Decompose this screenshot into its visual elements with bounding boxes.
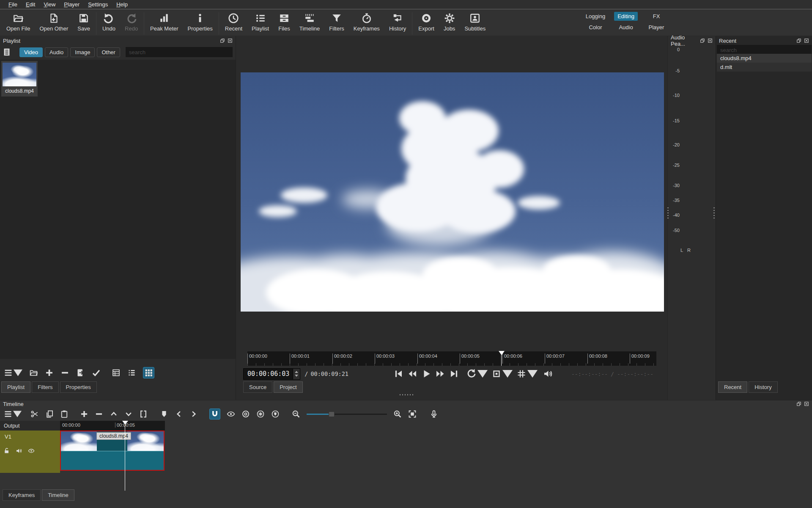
open-file-button[interactable]: Open File — [2, 11, 35, 33]
open-other-button[interactable]: Open Other — [35, 11, 73, 33]
spin-up-icon[interactable] — [295, 371, 298, 373]
menu-player[interactable]: Player — [60, 0, 84, 8]
player-seek-ruler[interactable]: 00:00:00 00:00:01 00:00:02 00:00:03 00:0… — [247, 351, 656, 366]
tab-recent[interactable]: Recent — [718, 381, 747, 393]
timeline-clip-clouds8[interactable]: clouds8.mp4 — [60, 431, 165, 471]
playlist-tab-image[interactable]: Image — [70, 47, 95, 57]
grid-button[interactable] — [516, 369, 538, 379]
append-button[interactable] — [80, 410, 88, 418]
tab-filters[interactable]: Filters — [32, 381, 58, 393]
files-button[interactable]: Files — [274, 11, 294, 33]
ripple-all-tracks-button[interactable] — [256, 410, 265, 418]
playlist-remove-button[interactable] — [60, 368, 69, 377]
volume-button[interactable] — [543, 369, 553, 379]
properties-button[interactable]: Properties — [183, 11, 217, 33]
layout-editing-button[interactable]: Editing — [614, 12, 638, 21]
playlist-open-button[interactable] — [29, 368, 38, 377]
layout-logging-button[interactable]: Logging — [582, 12, 609, 21]
layout-player-button[interactable]: Player — [645, 23, 668, 32]
splitter-handle[interactable] — [400, 394, 414, 395]
zoom-out-button[interactable] — [292, 410, 300, 418]
ripple-markers-button[interactable] — [271, 410, 280, 418]
snap-button[interactable] — [209, 409, 220, 420]
filters-button[interactable]: Filters — [324, 11, 348, 33]
peak-meter-button[interactable]: Peak Meter — [145, 11, 183, 33]
current-position-field[interactable]: 00:00:06:03 — [243, 368, 300, 380]
paste-button[interactable] — [60, 410, 69, 418]
tab-source[interactable]: Source — [243, 381, 272, 393]
play-button[interactable] — [421, 369, 431, 379]
menu-settings[interactable]: Settings — [84, 0, 112, 8]
spin-down-icon[interactable] — [295, 375, 298, 377]
history-button[interactable]: History — [384, 11, 411, 33]
view-details-button[interactable] — [112, 368, 121, 377]
close-panel-icon[interactable] — [804, 38, 809, 43]
rewind-button[interactable] — [407, 369, 417, 379]
previous-marker-button[interactable] — [175, 410, 183, 418]
hide-track-icon[interactable] — [28, 447, 35, 454]
save-button[interactable]: Save — [73, 11, 95, 33]
skip-to-start-button[interactable] — [393, 369, 403, 379]
close-panel-icon[interactable] — [708, 38, 713, 43]
layout-color-button[interactable]: Color — [585, 23, 605, 32]
splitter-handle[interactable] — [667, 207, 669, 220]
output-track-header[interactable]: Output — [0, 421, 60, 431]
tab-keyframes[interactable]: Keyframes — [3, 489, 41, 501]
lock-track-icon[interactable] — [3, 447, 10, 454]
playlist-menu-button[interactable] — [4, 368, 22, 377]
playlist-tab-audio[interactable]: Audio — [45, 47, 68, 57]
skip-to-end-button[interactable] — [449, 369, 459, 379]
export-button[interactable]: Export — [414, 11, 439, 33]
tab-properties[interactable]: Properties — [60, 381, 97, 393]
ripple-button[interactable] — [241, 410, 250, 418]
tab-history[interactable]: History — [749, 381, 777, 393]
tab-timeline[interactable]: Timeline — [42, 489, 74, 501]
playlist-view-menu-button[interactable] — [2, 47, 11, 57]
scrub-while-dragging-button[interactable] — [227, 410, 235, 418]
playlist-search-input[interactable] — [126, 47, 233, 57]
position-spinner[interactable] — [293, 369, 300, 379]
float-panel-icon[interactable] — [796, 401, 801, 406]
tab-project[interactable]: Project — [274, 381, 302, 393]
slider-handle[interactable] — [329, 411, 335, 417]
menu-view[interactable]: View — [39, 0, 60, 8]
playlist-button[interactable]: Playlist — [247, 11, 274, 33]
tab-playlist[interactable]: Playlist — [1, 381, 30, 393]
splitter-handle[interactable] — [713, 207, 715, 220]
zoom-fit-button[interactable] — [408, 410, 417, 418]
layout-fx-button[interactable]: FX — [650, 12, 664, 21]
playlist-add-button[interactable] — [45, 368, 54, 377]
view-icons-button[interactable] — [143, 367, 154, 378]
mute-track-icon[interactable] — [16, 447, 22, 454]
menu-file[interactable]: File — [4, 0, 22, 8]
fast-forward-button[interactable] — [435, 369, 445, 379]
float-panel-icon[interactable] — [220, 38, 225, 43]
view-tiles-button[interactable] — [127, 368, 136, 377]
timeline-zoom-slider[interactable] — [307, 411, 387, 417]
playlist-tab-video[interactable]: Video — [19, 47, 43, 57]
recent-button[interactable]: Recent — [220, 11, 247, 33]
layout-audio-button[interactable]: Audio — [615, 23, 636, 32]
recent-item-dmlt[interactable]: d.mlt — [717, 63, 812, 72]
player-playhead[interactable] — [499, 351, 505, 355]
undo-button[interactable]: Undo — [98, 11, 120, 33]
ripple-delete-button[interactable] — [95, 410, 103, 418]
menu-help[interactable]: Help — [112, 0, 132, 8]
playlist-tab-other[interactable]: Other — [97, 47, 120, 57]
zoom-in-button[interactable] — [393, 410, 402, 418]
jobs-button[interactable]: Jobs — [439, 11, 460, 33]
close-panel-icon[interactable] — [804, 401, 809, 406]
overwrite-button[interactable] — [124, 410, 133, 418]
close-panel-icon[interactable] — [228, 38, 233, 43]
float-panel-icon[interactable] — [796, 38, 801, 43]
timeline-menu-button[interactable] — [4, 410, 22, 418]
marker-button[interactable] — [160, 410, 168, 418]
track-header-v1[interactable]: V1 — [0, 431, 60, 473]
playlist-update-button[interactable] — [76, 368, 85, 377]
recent-item-clouds8[interactable]: clouds8.mp4 — [717, 54, 812, 63]
lift-button[interactable] — [110, 410, 118, 418]
subtitles-button[interactable]: Subtitles — [460, 11, 490, 33]
record-audio-button[interactable] — [430, 410, 438, 418]
menu-edit[interactable]: Edit — [22, 0, 39, 8]
playlist-apply-button[interactable] — [92, 368, 101, 377]
